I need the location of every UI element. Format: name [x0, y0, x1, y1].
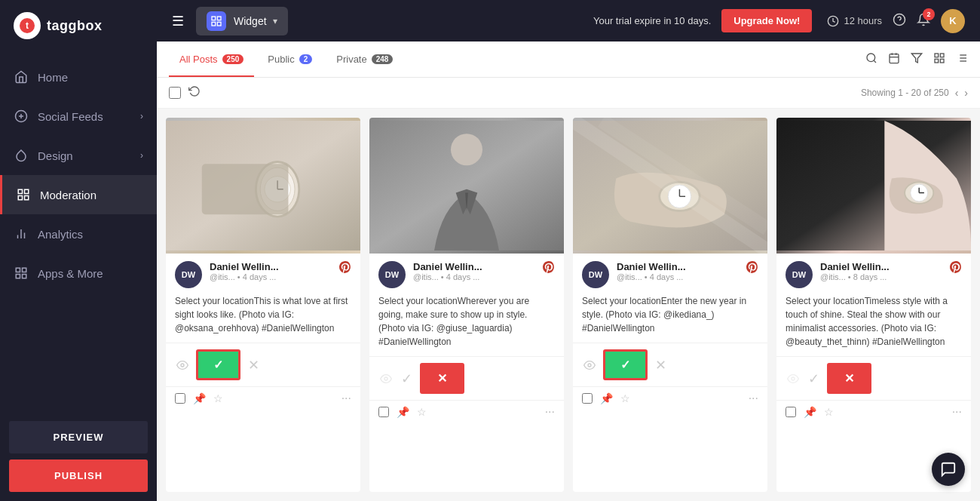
more-options-4[interactable]: ···: [952, 405, 962, 419]
svg-rect-7: [25, 196, 29, 200]
tab-all-posts[interactable]: All Posts 250: [169, 41, 254, 77]
post-actions-3: ✓ ✕: [573, 343, 767, 386]
svg-rect-31: [940, 54, 944, 57]
hamburger-button[interactable]: ☰: [172, 13, 184, 29]
content-area: All Posts 250 Public 2 Private 248: [157, 41, 980, 501]
post-footer-4: 📌 ☆ ···: [776, 400, 971, 423]
sidebar-item-analytics[interactable]: Analytics: [0, 214, 157, 254]
prev-page-button[interactable]: ‹: [955, 87, 959, 99]
widget-selector[interactable]: Widget ▾: [196, 7, 288, 35]
preview-eye-button-4[interactable]: [786, 371, 801, 386]
sidebar-item-moderation[interactable]: Moderation: [0, 175, 157, 214]
social-feeds-arrow-icon: ›: [140, 111, 143, 121]
post-image-1: [166, 118, 360, 254]
post-select-checkbox-4[interactable]: [786, 407, 796, 417]
select-all-checkbox[interactable]: [169, 87, 181, 99]
more-options-2[interactable]: ···: [545, 405, 555, 419]
pin-icon-2[interactable]: 📌: [397, 406, 409, 418]
sidebar-item-home[interactable]: Home: [0, 57, 157, 97]
post-handle-1: @itis... • 4 days ...: [210, 272, 332, 281]
posts-grid: DW Daniel Wellin... @itis... • 4 days ..…: [157, 109, 980, 501]
svg-rect-18: [217, 22, 221, 26]
star-icon-4[interactable]: ☆: [824, 406, 834, 418]
chat-bubble-button[interactable]: [932, 453, 965, 486]
post-select-checkbox-3[interactable]: [582, 393, 593, 404]
reject-button-2[interactable]: ✕: [420, 363, 464, 394]
sidebar-item-analytics-label: Analytics: [38, 228, 83, 241]
svg-rect-13: [23, 268, 26, 272]
reject-button-3[interactable]: ✕: [654, 355, 668, 375]
widget-chevron-icon: ▾: [273, 16, 277, 26]
tab-all-posts-badge: 250: [222, 54, 244, 64]
approve-outline-button-4[interactable]: ✓: [807, 369, 821, 389]
tab-public[interactable]: Public 2: [257, 41, 323, 77]
preview-button[interactable]: PREVIEW: [9, 421, 148, 453]
svg-rect-25: [890, 54, 899, 63]
tab-public-label: Public: [268, 54, 294, 65]
post-meta-2: DW Daniel Wellin... @itis... • 4 days ..…: [369, 254, 564, 294]
sidebar-item-apps-more[interactable]: Apps & More: [0, 254, 157, 293]
post-avatar-1: DW: [175, 261, 202, 288]
sidebar-item-social-feeds[interactable]: Social Feeds ›: [0, 97, 157, 136]
approve-button-1[interactable]: ✓: [196, 349, 240, 380]
next-page-button[interactable]: ›: [964, 87, 968, 99]
approve-outline-button-2[interactable]: ✓: [400, 369, 414, 389]
star-icon-2[interactable]: ☆: [417, 406, 427, 418]
tab-private-label: Private: [336, 54, 366, 65]
star-icon-1[interactable]: ☆: [213, 392, 223, 404]
star-icon-3[interactable]: ☆: [620, 392, 630, 404]
more-options-1[interactable]: ···: [341, 392, 351, 405]
post-avatar-2: DW: [378, 261, 406, 288]
post-select-checkbox-1[interactable]: [175, 393, 185, 404]
moderation-icon: [16, 187, 31, 202]
preview-eye-button-3[interactable]: [582, 358, 597, 373]
tab-private[interactable]: Private 248: [326, 41, 403, 77]
more-options-3[interactable]: ···: [749, 392, 758, 405]
sidebar-item-apps-more-label: Apps & More: [38, 267, 103, 280]
calendar-icon-button[interactable]: [888, 52, 900, 67]
svg-point-50: [384, 377, 387, 380]
notification-bell-button[interactable]: 2: [917, 13, 930, 29]
post-actions-2: ✓ ✕: [369, 356, 564, 400]
post-select-checkbox-2[interactable]: [378, 407, 389, 417]
pin-icon-3[interactable]: 📌: [600, 392, 613, 404]
upgrade-button[interactable]: Upgrade Now!: [721, 9, 812, 32]
svg-marker-29: [911, 54, 921, 63]
sidebar-item-design[interactable]: Design ›: [0, 136, 157, 175]
reject-button-1[interactable]: ✕: [247, 355, 261, 375]
post-image-2: [369, 118, 564, 254]
main-content: ☰ Widget ▾ Your trial expire in 10 days.…: [157, 0, 980, 501]
post-text-3: Select your locationEnter the new year i…: [573, 294, 767, 343]
pin-icon-1[interactable]: 📌: [193, 392, 206, 404]
svg-point-58: [588, 364, 591, 367]
post-meta-4: DW Daniel Wellin... @itis... • 8 days ..…: [776, 254, 971, 294]
post-image-3: [573, 118, 767, 254]
post-user-info-4: Daniel Wellin... @itis... • 8 days ...: [820, 261, 942, 281]
user-avatar[interactable]: K: [941, 9, 965, 33]
help-icon-button[interactable]: [893, 13, 906, 29]
refresh-button[interactable]: [188, 85, 201, 100]
tab-public-badge: 2: [299, 54, 313, 64]
approve-button-3[interactable]: ✓: [603, 349, 648, 380]
publish-button[interactable]: PUBLISH: [9, 460, 148, 492]
svg-point-49: [451, 134, 482, 165]
pin-icon-4[interactable]: 📌: [804, 406, 816, 418]
tab-all-posts-label: All Posts: [179, 54, 218, 65]
sidebar-item-moderation-label: Moderation: [40, 189, 96, 201]
post-user-info-3: Daniel Wellin... @itis... • 4 days ...: [617, 261, 739, 281]
list-view-icon-button[interactable]: [956, 52, 968, 67]
tabs-bar: All Posts 250 Public 2 Private 248: [157, 41, 980, 78]
post-user-info-1: Daniel Wellin... @itis... • 4 days ...: [210, 261, 332, 281]
post-card-2: DW Daniel Wellin... @itis... • 4 days ..…: [369, 118, 564, 492]
preview-eye-button-1[interactable]: [175, 358, 190, 373]
preview-eye-button-2[interactable]: [378, 371, 394, 386]
reject-button-4[interactable]: ✕: [827, 363, 871, 394]
search-icon-button[interactable]: [865, 52, 877, 67]
svg-rect-30: [935, 54, 939, 57]
svg-rect-46: [202, 164, 289, 214]
svg-rect-19: [212, 22, 216, 26]
filter-icon-button[interactable]: [911, 52, 923, 67]
svg-rect-17: [217, 17, 221, 20]
grid-view-icon-button[interactable]: [933, 52, 945, 67]
trial-text: Your trial expire in 10 days.: [593, 15, 711, 26]
